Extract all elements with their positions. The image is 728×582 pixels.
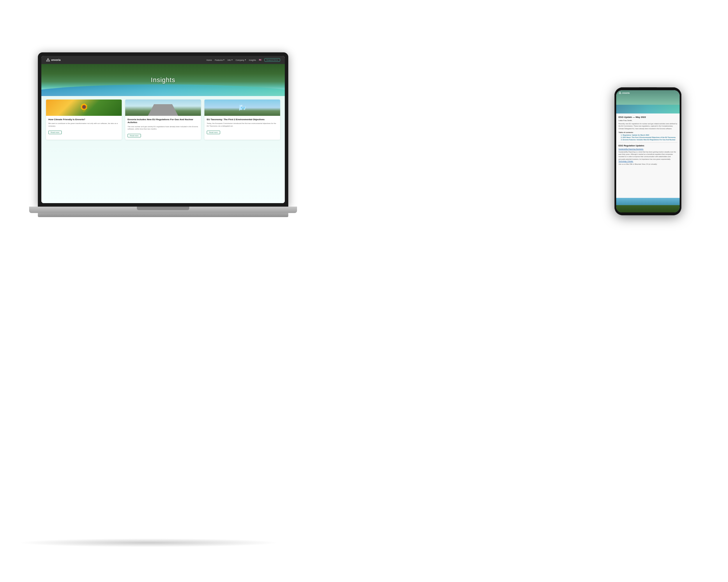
card-3: EU Taxonomy: The First 2 Environmental O… [204, 100, 280, 140]
cards-section: How Climate Friendly Is Envoria? We want… [41, 96, 285, 203]
phone-body: envoria ESG Update — May 2022 Liebe Frau… [615, 87, 681, 215]
nav-company[interactable]: Company ▾ [236, 59, 246, 61]
card-3-image [204, 100, 280, 116]
laptop-stand [38, 213, 288, 217]
phone-screen: envoria ESG Update — May 2022 Liebe Frau… [616, 90, 680, 213]
logo-icon [46, 58, 50, 62]
phone-link2-desc: Join us on Mar 29th in Mountain View, CA… [619, 163, 677, 165]
website: envoria Home Features ▾ Info ▾ [41, 56, 285, 203]
nav-flag[interactable]: 🇬🇧 [259, 59, 261, 61]
phone-toc-1: 1. Regulatory: Update for March 2022 [619, 134, 677, 136]
laptop-screen: envoria Home Features ▾ Info ▾ [41, 56, 285, 203]
card-3-description: Today, the European Commission introduce… [207, 122, 278, 127]
card-2-image [125, 100, 201, 116]
card-1-title: How Climate Friendly Is Envoria? [48, 118, 120, 121]
laptop-base [29, 206, 297, 213]
cards-row: How Climate Friendly Is Envoria? We want… [46, 100, 280, 140]
card-2-body: Envoria Includes New EU Regulations For … [125, 116, 201, 140]
phone-logo-icon [619, 91, 621, 94]
phone-toc-2: 2. ESG News: The First 2 Environmental O… [619, 137, 677, 138]
phone-link-2[interactable]: Technology, Climate: [619, 160, 677, 162]
card-1: How Climate Friendly Is Envoria? We want… [46, 100, 122, 140]
scene: envoria Home Features ▾ Info ▾ [0, 0, 728, 582]
card-1-body: How Climate Friendly Is Envoria? We want… [46, 116, 122, 137]
hero-section: Insights [41, 64, 285, 96]
phone-hero-overlay [616, 105, 680, 113]
laptop-body: envoria Home Features ▾ Info ▾ [38, 52, 288, 206]
phone-toc-title: Table of contents: [619, 132, 677, 133]
logo-text: envoria [51, 58, 60, 61]
laptop-shadow [18, 538, 280, 547]
phone: envoria ESG Update — May 2022 Liebe Frau… [615, 87, 681, 215]
phone-landscape-image [616, 198, 680, 213]
nav-info[interactable]: Info ▾ [228, 59, 233, 61]
nav-insights[interactable]: Insights [249, 59, 256, 61]
card-2-title: Envoria Includes New EU Regulations For … [128, 118, 199, 124]
laptop: envoria Home Features ▾ Info ▾ [29, 52, 297, 242]
phone-link-1[interactable]: Sustainability Reporting Standards: [619, 148, 677, 150]
phone-body-content: ESG Update — May 2022 Liebe Frau Smith, … [616, 113, 680, 198]
phone-content: envoria ESG Update — May 2022 Liebe Frau… [616, 90, 680, 213]
nav-features[interactable]: Features ▾ [215, 59, 225, 61]
phone-toc-3: 3. Envoria Features: Includes New EU Reg… [619, 139, 677, 141]
card-3-read-more[interactable]: Read more [207, 131, 220, 134]
nav-links: Home Features ▾ Info ▾ Company [206, 58, 280, 62]
phone-greeting: Liebe Frau Smith, [619, 119, 677, 121]
card-2-read-more[interactable]: Read more [128, 134, 141, 137]
nav-logo: envoria [46, 58, 60, 62]
phone-section-title: ESG Regulation Updates [619, 144, 677, 147]
phone-brand: envoria [622, 92, 630, 94]
request-demo-button[interactable]: Request Demo [264, 58, 280, 62]
phone-hero: envoria [616, 90, 680, 113]
phone-divider [619, 142, 677, 143]
card-2-description: The new nuclear and gas activity EU regu… [128, 126, 199, 130]
card-1-image [46, 100, 122, 116]
phone-logo: envoria [619, 91, 630, 94]
phone-intro-text: Recently, new EU regulations for nuclear… [619, 122, 677, 130]
navigation: envoria Home Features ▾ Info ▾ [41, 56, 285, 64]
phone-nav: envoria [619, 91, 677, 94]
card-3-title: EU Taxonomy: The First 2 Environmental O… [207, 118, 278, 121]
phone-newsletter-title: ESG Update — May 2022 [619, 116, 677, 118]
phone-notch [639, 87, 657, 90]
card-2: Envoria Includes New EU Regulations For … [125, 100, 201, 140]
card-3-body: EU Taxonomy: The First 2 Environmental O… [204, 116, 280, 137]
phone-link1-desc: Sustainability Reporting is a trend that… [619, 151, 677, 160]
card-1-read-more[interactable]: Read more [48, 131, 62, 134]
hero-title: Insights [151, 76, 175, 84]
nav-home[interactable]: Home [206, 59, 212, 61]
card-1-description: We want to contribute to the green trans… [48, 122, 120, 127]
